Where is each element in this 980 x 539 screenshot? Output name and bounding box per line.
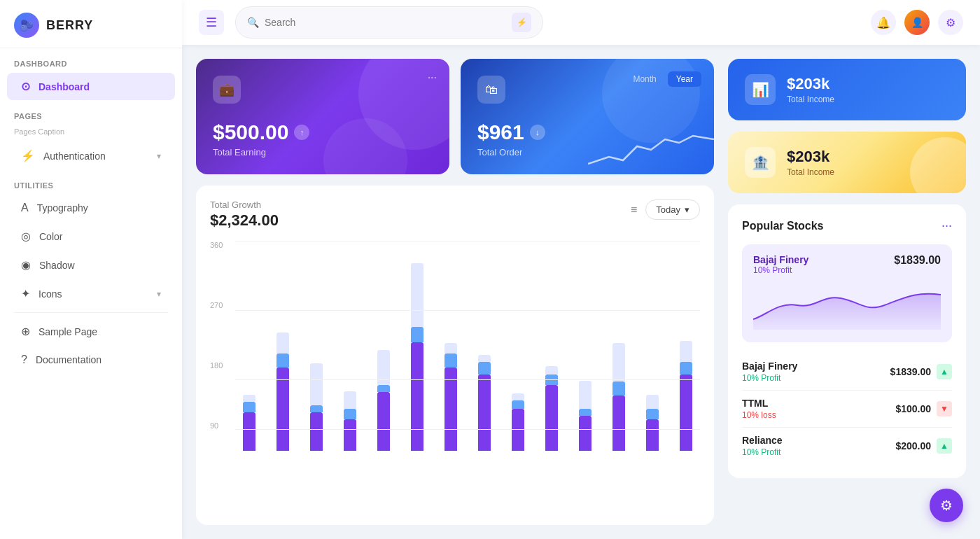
bar-blue (276, 354, 289, 368)
bar-purple (612, 396, 625, 451)
bar-purple (310, 412, 323, 451)
stock-right: $200.00 ▲ (895, 438, 952, 454)
stock-list-item[interactable]: Bajaj Finery 10% Profit $1839.00 ▲ (742, 354, 952, 391)
bar-blue (646, 409, 659, 419)
stocks-section: Popular Stocks ··· Bajaj Finery 10% Prof… (728, 204, 966, 478)
notification-button[interactable]: 🔔 (871, 10, 896, 35)
section-utilities-label: Utilities (0, 170, 182, 194)
toggle-month-button[interactable]: Month (624, 71, 664, 87)
earning-amount: $500.00 ↑ (213, 120, 433, 144)
card-order: 🛍 Month Year $961 ↓ Total Order (461, 59, 714, 174)
shadow-icon: ◉ (21, 258, 31, 272)
sidebar-item-icons[interactable]: ✦ Icons ▾ (7, 280, 175, 307)
bar-purple (646, 419, 659, 451)
sidebar-item-typography-label: Typography (37, 202, 88, 214)
sidebar-item-typography[interactable]: A Typography (7, 195, 175, 221)
order-trend-icon: ↓ (530, 125, 545, 140)
bar-light (411, 263, 424, 327)
hamburger-button[interactable]: ☰ (199, 10, 224, 35)
color-icon: ◎ (21, 230, 31, 243)
bar-light (579, 381, 592, 409)
bar-light (243, 395, 255, 402)
earning-trend-icon: ↑ (294, 125, 309, 140)
sidebar-item-documentation[interactable]: ? Documentation (7, 346, 175, 373)
grid-line-180 (235, 379, 700, 380)
dashboard-icon: ⊙ (21, 80, 30, 93)
sidebar-item-authentication[interactable]: ⚡ Authentication ▾ (7, 142, 175, 169)
stock-list-name: Reliance (742, 435, 783, 446)
card-income-blue: 📊 $203k Total Income (728, 59, 966, 120)
fab-icon: ⚙ (940, 497, 953, 514)
settings-button[interactable]: ⚙ (938, 10, 963, 35)
fab-button[interactable]: ⚙ (930, 489, 963, 522)
bar-purple (680, 374, 692, 451)
stock-list-item[interactable]: Reliance 10% Profit $200.00 ▲ (742, 428, 952, 464)
sidebar-item-shadow-label: Shadow (39, 260, 75, 271)
bar-blue (579, 409, 592, 416)
stock-right: $100.00 ▼ (895, 401, 952, 416)
bar-group (504, 263, 532, 451)
stock-price: $1839.00 (890, 366, 931, 377)
bar-blue (680, 362, 692, 374)
bar-group (370, 263, 398, 451)
chart-menu-icon[interactable]: ≡ (631, 204, 637, 216)
earning-more-icon[interactable]: ··· (428, 71, 437, 84)
sidebar-item-sample-label: Sample Page (38, 326, 97, 337)
avatar[interactable]: 👤 (904, 10, 930, 35)
sidebar-divider (14, 312, 168, 313)
featured-stock-price: $1839.00 (894, 254, 941, 267)
bar-blue (512, 400, 524, 409)
sidebar-item-documentation-label: Documentation (36, 354, 102, 365)
bar-group (403, 263, 431, 451)
auth-icon: ⚡ (21, 149, 35, 162)
toggle-group: Month Year (624, 71, 701, 87)
filter-icon[interactable]: ⚡ (512, 13, 531, 32)
search-input[interactable] (265, 17, 506, 28)
bar-light (444, 343, 457, 354)
bar-blue (377, 385, 390, 392)
stock-info: TTML 10% loss (742, 398, 776, 420)
chart-header: Total Growth $2,324.00 ≡ Today ▾ (210, 200, 700, 230)
chevron-down-icon: ▾ (157, 151, 161, 161)
stock-list-item[interactable]: TTML 10% loss $100.00 ▼ (742, 391, 952, 428)
stock-list-profit: 10% loss (742, 410, 776, 420)
bar-light (512, 393, 524, 400)
left-content: 💼 ··· $500.00 ↑ Total Earning 🛍 Month Ye… (196, 59, 714, 525)
icons-icon: ✦ (21, 287, 30, 300)
right-cards: 📊 $203k Total Income 🏦 $203k Total Incom… (728, 59, 966, 525)
grid-line-270 (235, 310, 700, 311)
sidebar-item-dashboard[interactable]: ⊙ Dashboard (7, 73, 175, 100)
docs-icon: ? (21, 354, 27, 366)
stocks-header: Popular Stocks ··· (742, 218, 952, 233)
bar-blue (344, 409, 356, 419)
sample-icon: ⊕ (21, 325, 30, 338)
logo-text: BERRY (46, 18, 93, 33)
stock-info: Bajaj Finery 10% Profit (742, 360, 797, 383)
avatar-initials: 👤 (911, 17, 923, 28)
stock-trend-icon: ▲ (937, 364, 952, 379)
bar-light (310, 363, 323, 405)
bar-blue (243, 402, 255, 412)
stock-trend-icon: ▼ (937, 401, 952, 416)
bar-group (302, 263, 330, 451)
stocks-title: Popular Stocks (742, 220, 823, 232)
income-yellow-label: Total Income (787, 167, 834, 177)
chart-bars (235, 241, 700, 451)
income-blue-label: Total Income (787, 94, 834, 104)
today-button[interactable]: Today ▾ (645, 200, 700, 220)
logo: 🫐 BERRY (0, 0, 182, 48)
bar-purple (411, 342, 424, 451)
sidebar-item-color[interactable]: ◎ Color (7, 223, 175, 250)
featured-stock-profit: 10% Profit (753, 265, 808, 275)
sidebar-item-sample[interactable]: ⊕ Sample Page (7, 318, 175, 345)
income-yellow-icon: 🏦 (745, 147, 776, 178)
stock-list-profit: 10% Profit (742, 373, 797, 383)
chart-title: Total Growth (210, 200, 279, 210)
sidebar-item-shadow[interactable]: ◉ Shadow (7, 251, 175, 279)
bar-group (470, 263, 498, 451)
stocks-more-icon[interactable]: ··· (941, 218, 952, 233)
toggle-year-button[interactable]: Year (668, 71, 701, 87)
earning-card-icon: 💼 (213, 76, 241, 104)
bar-purple (545, 385, 558, 451)
stock-price: $100.00 (895, 403, 931, 414)
